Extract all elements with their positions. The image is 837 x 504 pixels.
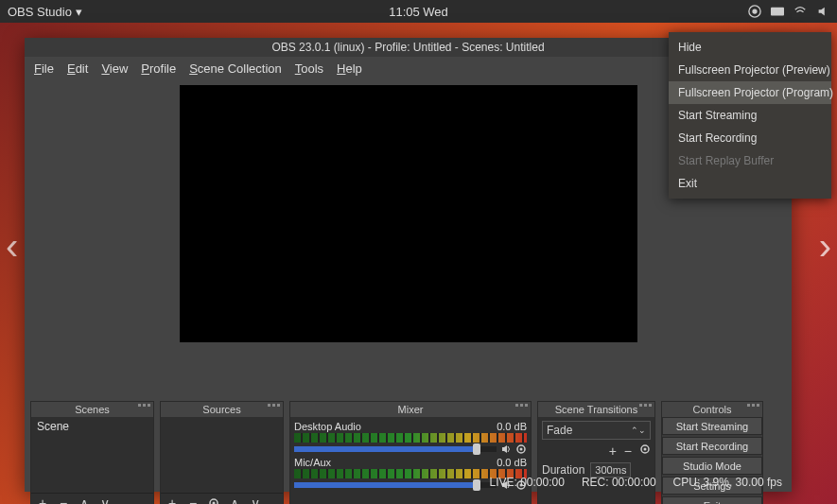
workspace-next-icon[interactable]: › — [819, 225, 831, 268]
controls-header: Controls — [662, 402, 762, 417]
track-name: Mic/Aux — [294, 457, 331, 468]
svg-point-1 — [752, 9, 757, 13]
statusbar: LIVE: 00:00:00 REC: 00:00:00 CPU: 3.9%, … — [489, 473, 782, 492]
dock-handle-icon[interactable] — [515, 404, 528, 407]
menu-edit[interactable]: Edit — [67, 61, 88, 76]
remove-icon[interactable]: − — [58, 497, 69, 505]
control-button-start-recording[interactable]: Start Recording — [662, 437, 762, 455]
preview-area[interactable] — [180, 85, 637, 342]
svg-point-6 — [520, 448, 523, 451]
gear-icon[interactable] — [515, 443, 527, 455]
mixer-title: Mixer — [398, 404, 424, 415]
sources-panel: Sources + − ∧ ∨ — [160, 401, 284, 504]
status-live: LIVE: 00:00:00 — [489, 476, 564, 489]
obs-tray-icon[interactable] — [748, 5, 761, 18]
dock-handle-icon[interactable] — [639, 404, 652, 407]
keyboard-icon[interactable] — [771, 5, 784, 18]
controls-title: Controls — [693, 404, 732, 415]
gear-icon[interactable] — [208, 497, 219, 505]
tray-item-hide[interactable]: Hide — [669, 36, 831, 59]
sources-toolbar: + − ∧ ∨ — [161, 493, 283, 504]
control-button-exit[interactable]: Exit — [662, 496, 762, 504]
volume-slider[interactable] — [294, 482, 497, 488]
move-down-icon[interactable]: ∨ — [250, 497, 261, 505]
remove-icon[interactable]: − — [187, 497, 199, 505]
move-down-icon[interactable]: ∨ — [99, 497, 111, 505]
chevron-down-icon: ▾ — [76, 5, 82, 19]
track-name: Desktop Audio — [294, 421, 361, 432]
gear-icon[interactable] — [639, 443, 651, 459]
tray-item-fullscreen-projector-program-[interactable]: Fullscreen Projector (Program) — [669, 81, 831, 104]
tray-item-exit[interactable]: Exit — [669, 172, 831, 195]
menu-tools[interactable]: Tools — [295, 61, 323, 76]
tray-item-start-replay-buffer: Start Replay Buffer — [669, 149, 831, 172]
track-level: 0.0 dB — [497, 421, 527, 432]
tray-menu: HideFullscreen Projector (Preview)Fullsc… — [669, 32, 831, 199]
move-up-icon[interactable]: ∧ — [78, 497, 90, 505]
workspace-prev-icon[interactable]: ‹ — [6, 225, 18, 268]
menu-view[interactable]: View — [101, 61, 128, 76]
control-button-start-streaming[interactable]: Start Streaming — [662, 417, 762, 435]
vu-meter — [294, 433, 527, 443]
app-indicator[interactable]: OBS Studio ▾ — [8, 5, 82, 19]
svg-rect-2 — [771, 8, 784, 16]
tray-item-start-streaming[interactable]: Start Streaming — [669, 104, 831, 127]
mixer-track: Desktop Audio0.0 dB — [294, 421, 527, 455]
scenes-panel: Scenes Scene + − ∧ ∨ — [30, 401, 154, 504]
add-icon[interactable]: + — [37, 497, 48, 505]
tray-item-start-recording[interactable]: Start Recording — [669, 127, 831, 149]
scenes-title: Scenes — [75, 404, 110, 415]
menu-profile[interactable]: Profile — [141, 61, 176, 76]
menu-scene-collection[interactable]: Scene Collection — [189, 61, 282, 76]
status-cpu: CPU: 3.9%, 30.00 fps — [673, 476, 782, 489]
add-icon[interactable]: + — [609, 443, 617, 459]
svg-point-10 — [644, 448, 647, 451]
status-rec: REC: 00:00:00 — [582, 476, 656, 489]
dock-handle-icon[interactable] — [747, 404, 759, 407]
tray-item-fullscreen-projector-preview-[interactable]: Fullscreen Projector (Preview) — [669, 59, 831, 81]
scene-item[interactable]: Scene — [31, 417, 153, 436]
scenes-toolbar: + − ∧ ∨ — [31, 493, 153, 504]
transition-select[interactable]: Fade ⌃⌄ — [542, 421, 651, 440]
chevron-updown-icon: ⌃⌄ — [631, 426, 646, 435]
menu-help[interactable]: Help — [337, 61, 362, 76]
system-topbar: OBS Studio ▾ 11:05 Wed — [0, 0, 837, 23]
dock-handle-icon[interactable] — [268, 404, 280, 407]
scenes-header: Scenes — [31, 402, 153, 417]
transitions-header: Scene Transitions — [538, 402, 654, 417]
transition-selected: Fade — [547, 424, 572, 437]
wifi-icon[interactable] — [793, 5, 807, 18]
track-level: 0.0 dB — [497, 457, 527, 468]
transitions-title: Scene Transitions — [555, 404, 637, 415]
move-up-icon[interactable]: ∧ — [229, 497, 240, 505]
volume-slider[interactable] — [294, 446, 497, 452]
remove-icon[interactable]: − — [624, 443, 632, 459]
add-icon[interactable]: + — [166, 497, 178, 505]
volume-icon[interactable] — [816, 5, 829, 18]
menu-file[interactable]: File — [34, 61, 54, 76]
app-name: OBS Studio — [8, 5, 72, 19]
sources-title: Sources — [202, 404, 240, 415]
window-title: OBS 23.0.1 (linux) - Profile: Untitled -… — [271, 41, 544, 54]
mixer-header: Mixer — [290, 402, 531, 417]
dock-handle-icon[interactable] — [138, 404, 150, 407]
clock: 11:05 Wed — [389, 5, 448, 19]
sources-header: Sources — [161, 402, 283, 417]
speaker-icon[interactable] — [500, 443, 512, 455]
